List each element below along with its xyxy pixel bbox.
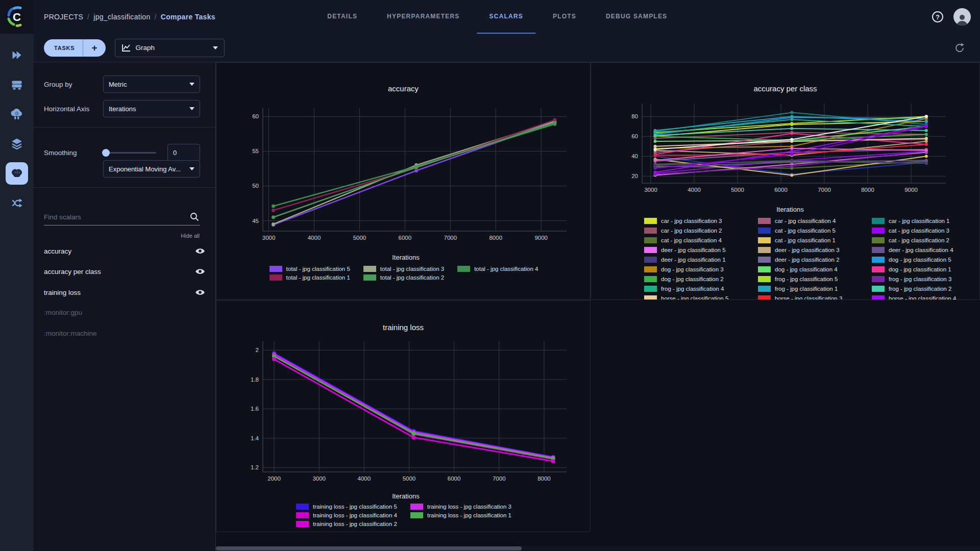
legend-swatch [872, 257, 885, 263]
legend-swatch [363, 274, 376, 281]
smoothing-slider-knob[interactable] [102, 149, 110, 157]
legend-swatch [872, 295, 885, 299]
user-avatar[interactable] [953, 8, 971, 26]
legend-item[interactable]: total - jpg classification 2 [363, 274, 444, 281]
legend-item[interactable]: cat - jpg classification 2 [872, 237, 976, 243]
legend-label: training loss - jpg classification 2 [313, 521, 397, 527]
auto-refresh-icon[interactable] [952, 41, 967, 55]
scalar-item-monitor-machine[interactable]: :monitor:machine [44, 327, 205, 339]
view-mode-select[interactable]: Graph [115, 39, 225, 57]
legend-item[interactable]: car - jpg classification 3 [644, 218, 749, 224]
legend-label: total - jpg classification 5 [286, 266, 350, 272]
rail-datasets-icon[interactable] [6, 133, 28, 155]
legend-item[interactable]: training loss - jpg classification 2 [296, 521, 397, 527]
rail-queues-icon[interactable] [6, 73, 28, 96]
legend-item[interactable]: cat - jpg classification 3 [872, 228, 976, 234]
legend-item[interactable]: car - jpg classification 1 [872, 218, 976, 224]
search-input[interactable] [44, 209, 182, 224]
accuracy-chart-canvas[interactable]: 300040005000600070008000900045505560 [235, 98, 577, 246]
legend-item[interactable]: total - jpg classification 4 [457, 266, 538, 272]
breadcrumb-projects[interactable]: PROJECTS [44, 13, 83, 21]
legend-label: car - jpg classification 4 [775, 218, 836, 224]
tab-plots[interactable]: PLOTS [541, 0, 589, 34]
accuracy-per-class-chart-canvas[interactable]: 300040005000600070008000900020406080 [617, 96, 964, 198]
legend-item[interactable]: dog - jpg classification 3 [644, 266, 749, 272]
svg-text:1.6: 1.6 [251, 406, 259, 412]
legend-item[interactable]: cat - jpg classification 5 [758, 228, 863, 234]
legend-swatch [758, 228, 771, 234]
legend-item[interactable]: car - jpg classification 2 [644, 228, 749, 234]
legend-item[interactable]: car - jpg classification 4 [758, 218, 863, 224]
breadcrumb-project-name[interactable]: jpg_classification [93, 13, 150, 21]
legend-item[interactable]: training loss - jpg classification 4 [296, 512, 397, 518]
smoothing-value-input[interactable] [167, 144, 200, 161]
clearml-logo[interactable]: C [0, 0, 34, 34]
scalar-label: accuracy per class [44, 268, 195, 276]
svg-text:4000: 4000 [688, 187, 701, 193]
legend-item[interactable]: frog - jpg classification 3 [872, 276, 976, 282]
legend-item[interactable]: deer - jpg classification 3 [758, 247, 863, 253]
clearml-logo-icon: C [5, 5, 29, 29]
scrollbar-thumb[interactable] [216, 546, 522, 550]
legend-item[interactable]: frog - jpg classification 2 [872, 286, 976, 292]
legend-item[interactable]: total - jpg classification 5 [270, 266, 350, 272]
visibility-eye-icon[interactable] [195, 268, 205, 275]
legend-swatch [872, 276, 885, 282]
svg-text:7000: 7000 [444, 235, 457, 241]
scalar-item-training-loss[interactable]: training loss [44, 286, 205, 298]
tab-hyperparameters[interactable]: HYPERPARAMETERS [375, 0, 472, 34]
tab-scalars[interactable]: SCALARS [477, 0, 535, 34]
legend-label: cat - jpg classification 3 [889, 228, 949, 234]
legend-item[interactable]: horse - jpg classification 4 [872, 295, 976, 299]
legend-item[interactable]: training loss - jpg classification 5 [296, 504, 397, 510]
horizontal-axis-select[interactable]: Iterations [103, 100, 200, 117]
group-by-select[interactable]: Metric [103, 76, 200, 93]
help-icon[interactable]: ? [932, 11, 943, 22]
legend-item[interactable]: frog - jpg classification 5 [758, 276, 863, 282]
rail-pipelines-icon[interactable] [6, 192, 28, 214]
legend-item[interactable]: deer - jpg classification 2 [758, 257, 863, 263]
training-loss-chart-canvas[interactable]: 20003000400050006000700080001.21.41.61.8… [235, 334, 577, 487]
svg-text:7000: 7000 [493, 475, 506, 482]
legend-item[interactable]: dog - jpg classification 5 [872, 257, 976, 263]
legend-item[interactable]: cat - jpg classification 1 [758, 237, 863, 243]
legend-item[interactable]: dog - jpg classification 2 [644, 276, 749, 282]
legend-label: training loss - jpg classification 1 [427, 512, 511, 518]
legend-item[interactable]: dog - jpg classification 4 [758, 266, 863, 272]
scalar-label: :monitor:machine [44, 330, 205, 337]
smoothing-slider[interactable] [103, 152, 156, 154]
legend-item[interactable]: cat - jpg classification 4 [644, 237, 749, 243]
legend-item[interactable]: total - jpg classification 3 [363, 266, 444, 272]
legend-item[interactable]: deer - jpg classification 1 [644, 257, 749, 263]
tab-debug-samples[interactable]: DEBUG SAMPLES [594, 0, 679, 34]
tab-details[interactable]: DETAILS [315, 0, 370, 34]
legend-item[interactable]: horse - jpg classification 3 [758, 295, 863, 299]
svg-text:9000: 9000 [534, 235, 548, 241]
legend-item[interactable]: frog - jpg classification 4 [644, 286, 749, 292]
visibility-eye-icon[interactable] [195, 247, 205, 255]
legend-item[interactable]: training loss - jpg classification 1 [410, 512, 511, 518]
legend-item[interactable]: total - jpg classification 1 [270, 274, 350, 281]
visibility-eye-icon[interactable] [195, 289, 205, 296]
rail-workers-icon[interactable] [6, 103, 28, 126]
scalar-item-accuracy-per-class[interactable]: accuracy per class [44, 265, 205, 278]
rail-getting-started-icon[interactable] [6, 44, 28, 66]
legend-item[interactable]: deer - jpg classification 4 [872, 247, 976, 253]
accuracy-per-class-legend: car - jpg classification 3car - jpg clas… [591, 218, 980, 299]
scalar-item-accuracy[interactable]: accuracy [44, 245, 205, 257]
rail-projects-icon[interactable] [6, 162, 28, 185]
tasks-button[interactable]: TASKS [44, 45, 83, 51]
legend-item[interactable]: frog - jpg classification 1 [758, 286, 863, 292]
scalar-item-monitor-gpu[interactable]: :monitor:gpu [44, 306, 205, 318]
svg-text:6000: 6000 [774, 187, 788, 193]
legend-item[interactable]: horse - jpg classification 5 [644, 295, 749, 299]
add-task-button[interactable]: + [83, 42, 105, 54]
legend-item[interactable]: dog - jpg classification 1 [872, 266, 976, 272]
legend-item[interactable]: training loss - jpg classification 3 [410, 504, 511, 510]
svg-text:20: 20 [631, 173, 638, 179]
smoothing-type-select[interactable]: Exponential Moving Av... [103, 160, 200, 178]
chart-title: training loss [216, 323, 590, 332]
hide-all-button[interactable]: Hide all [181, 233, 200, 239]
scalars-toolbar: TASKS + Graph [34, 34, 980, 62]
legend-item[interactable]: deer - jpg classification 5 [644, 247, 749, 253]
